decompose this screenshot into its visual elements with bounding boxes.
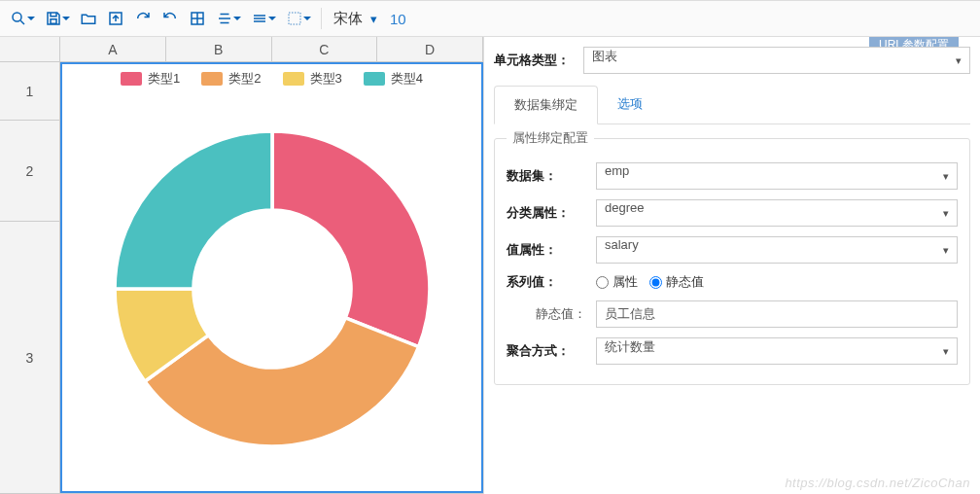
binding-fieldset: 属性绑定配置 数据集： emp 分类属性： degree 值属性： salary… [494, 138, 970, 385]
chart-cell[interactable]: 类型1类型2类型3类型4 [60, 62, 483, 493]
category-select[interactable]: degree [596, 199, 958, 227]
chart-legend: 类型1类型2类型3类型4 [68, 70, 475, 88]
row-header-2[interactable]: 2 [0, 121, 60, 222]
radio-static[interactable]: 静态值 [649, 273, 704, 291]
radio-attribute[interactable]: 属性 [596, 273, 638, 291]
col-header-b[interactable]: B [166, 37, 272, 62]
dataset-select[interactable]: emp [596, 162, 958, 190]
fieldset-title: 属性绑定配置 [507, 129, 594, 147]
undo-icon[interactable] [159, 8, 181, 29]
watermark: https://blog.csdn.net/ZicoChan [785, 476, 970, 490]
agg-label: 聚合方式： [507, 342, 596, 360]
donut-chart [68, 91, 475, 485]
col-header-a[interactable]: A [60, 37, 166, 62]
redo-icon[interactable] [132, 8, 154, 29]
font-name[interactable]: 宋体 [333, 10, 363, 28]
value-label: 值属性： [507, 241, 596, 259]
cell-type-select[interactable]: 图表 [583, 47, 970, 74]
properties-panel: URL参数配置 单元格类型： 图表 数据集绑定 选项 属性绑定配置 数据集： e… [484, 37, 980, 494]
chevron-down-icon[interactable]: ▾ [368, 8, 378, 29]
static-label: 静态值： [536, 305, 596, 323]
row-header-3[interactable]: 3 [0, 222, 60, 494]
select-all-corner[interactable] [0, 37, 60, 62]
save-icon[interactable] [43, 8, 64, 29]
border-icon[interactable] [284, 8, 305, 29]
row-header-1[interactable]: 1 [0, 62, 60, 121]
grid-icon[interactable] [187, 8, 208, 29]
tab-options[interactable]: 选项 [598, 86, 662, 124]
tab-databind[interactable]: 数据集绑定 [494, 86, 598, 124]
separator [321, 8, 322, 29]
static-input[interactable] [596, 300, 958, 328]
svg-rect-4 [289, 13, 300, 24]
open-icon[interactable] [78, 8, 99, 29]
series-label: 系列值： [507, 273, 596, 291]
col-header-d[interactable]: D [377, 37, 483, 62]
agg-select[interactable]: 统计数量 [596, 337, 958, 365]
col-header-c[interactable]: C [272, 37, 378, 62]
font-size[interactable]: 10 [390, 11, 406, 27]
spreadsheet: A B C D 1 2 3 类型1类型2类型3类型4 [0, 37, 484, 494]
search-icon[interactable] [8, 8, 29, 29]
dataset-label: 数据集： [507, 167, 596, 185]
toolbar: 宋体 ▾ 10 [0, 0, 980, 37]
svg-point-0 [13, 13, 21, 21]
svg-rect-1 [51, 19, 56, 24]
tabs: 数据集绑定 选项 [494, 86, 970, 124]
category-label: 分类属性： [507, 204, 596, 222]
line-icon[interactable] [249, 8, 270, 29]
value-select[interactable]: salary [596, 236, 958, 264]
export-icon[interactable] [105, 8, 126, 29]
cell-type-label: 单元格类型： [494, 52, 583, 69]
align-icon[interactable] [214, 8, 235, 29]
